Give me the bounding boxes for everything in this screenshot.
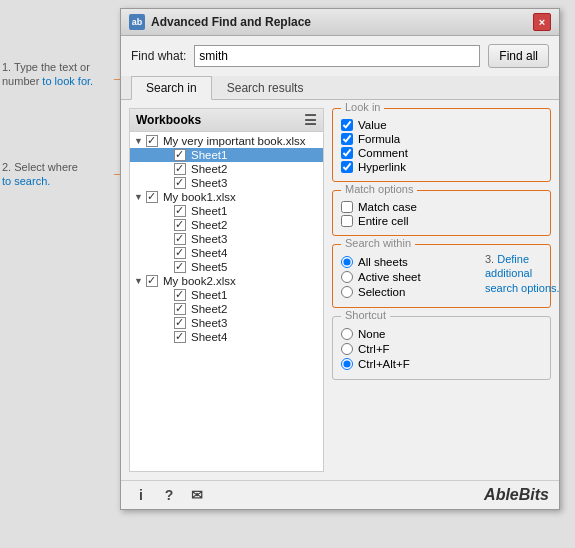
- find-label: Find what:: [131, 49, 186, 63]
- annotation-2: 2. Select whereto search.: [2, 160, 112, 189]
- tree-item[interactable]: Sheet3: [130, 176, 323, 190]
- shortcut-radio-row[interactable]: None: [341, 328, 542, 340]
- look-in-items: ValueFormulaCommentHyperlink: [341, 115, 542, 173]
- tree-item[interactable]: Sheet5: [130, 260, 323, 274]
- brand-label: AbleBits: [484, 486, 549, 504]
- tree-item[interactable]: Sheet2: [130, 162, 323, 176]
- help-icon[interactable]: ?: [159, 485, 179, 505]
- match-option-checkbox-row[interactable]: Match case: [341, 201, 542, 213]
- annotation-3: 3. Define additional search options.: [485, 252, 573, 295]
- look-in-checkbox-row[interactable]: Formula: [341, 133, 542, 145]
- bottom-icons: i ? ✉: [131, 485, 207, 505]
- tree-item[interactable]: My book1.xlsx: [130, 190, 323, 204]
- info-icon[interactable]: i: [131, 485, 151, 505]
- find-input[interactable]: [194, 45, 480, 67]
- look-in-label: Look in: [341, 101, 384, 113]
- title-bar: ab Advanced Find and Replace ×: [121, 9, 559, 36]
- tree-item[interactable]: Sheet4: [130, 330, 323, 344]
- tab-search-in[interactable]: Search in: [131, 76, 212, 100]
- look-in-checkbox-row[interactable]: Value: [341, 119, 542, 131]
- bottom-bar: i ? ✉ AbleBits: [121, 480, 559, 509]
- dialog-icon: ab: [129, 14, 145, 30]
- match-options-items: Match caseEntire cell: [341, 197, 542, 227]
- tree-menu-icon[interactable]: ☰: [304, 112, 317, 128]
- dialog-title: Advanced Find and Replace: [151, 15, 311, 29]
- title-bar-left: ab Advanced Find and Replace: [129, 14, 311, 30]
- annotation-1: 1. Type the text or number to look for.: [2, 60, 112, 89]
- find-all-button[interactable]: Find all: [488, 44, 549, 68]
- tab-search-results[interactable]: Search results: [212, 76, 319, 100]
- tree-item[interactable]: Sheet1: [130, 148, 323, 162]
- tree-item[interactable]: Sheet3: [130, 232, 323, 246]
- find-row: Find what: Find all: [121, 36, 559, 76]
- tree-item[interactable]: My book2.xlsx: [130, 274, 323, 288]
- tree-item[interactable]: My very important book.xlsx: [130, 134, 323, 148]
- workbooks-tree-panel: Workbooks ☰ My very important book.xlsxS…: [129, 108, 324, 472]
- look-in-group: Look in ValueFormulaCommentHyperlink: [332, 108, 551, 182]
- tree-body: My very important book.xlsxSheet1Sheet2S…: [130, 132, 323, 346]
- close-button[interactable]: ×: [533, 13, 551, 31]
- tree-header: Workbooks ☰: [130, 109, 323, 132]
- tree-item[interactable]: Sheet1: [130, 288, 323, 302]
- look-in-checkbox-row[interactable]: Comment: [341, 147, 542, 159]
- tree-item[interactable]: Sheet1: [130, 204, 323, 218]
- shortcut-radio-row[interactable]: Ctrl+Alt+F: [341, 358, 542, 370]
- tree-item[interactable]: Sheet2: [130, 302, 323, 316]
- email-icon[interactable]: ✉: [187, 485, 207, 505]
- match-options-label: Match options: [341, 183, 417, 195]
- shortcut-group: Shortcut NoneCtrl+FCtrl+Alt+F: [332, 316, 551, 380]
- shortcut-items: NoneCtrl+FCtrl+Alt+F: [341, 323, 542, 370]
- shortcut-radio-row[interactable]: Ctrl+F: [341, 343, 542, 355]
- match-options-group: Match options Match caseEntire cell: [332, 190, 551, 236]
- tabs-bar: Search in Search results: [121, 76, 559, 100]
- tree-header-label: Workbooks: [136, 113, 201, 127]
- look-in-checkbox-row[interactable]: Hyperlink: [341, 161, 542, 173]
- match-option-checkbox-row[interactable]: Entire cell: [341, 215, 542, 227]
- shortcut-label: Shortcut: [341, 309, 390, 321]
- tree-item[interactable]: Sheet3: [130, 316, 323, 330]
- search-within-label: Search within: [341, 237, 415, 249]
- tree-item[interactable]: Sheet2: [130, 218, 323, 232]
- tree-item[interactable]: Sheet4: [130, 246, 323, 260]
